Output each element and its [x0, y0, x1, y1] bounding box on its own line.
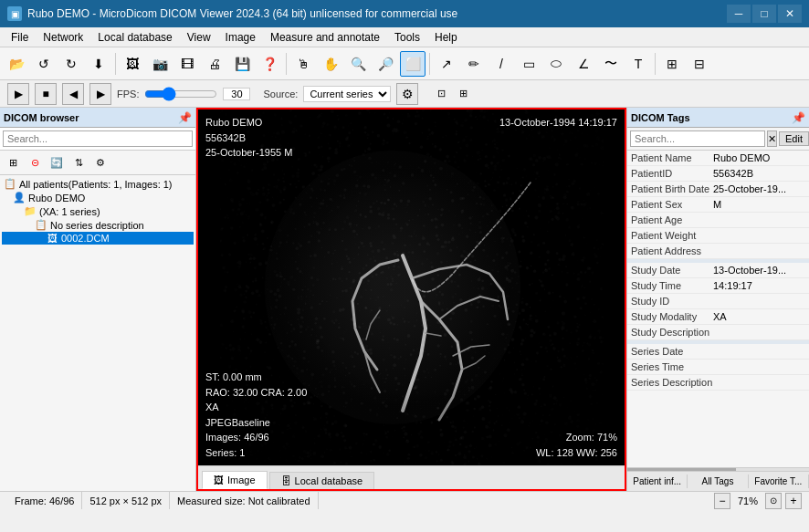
tags-footer-tab-patient[interactable]: Patient inf...	[627, 475, 688, 488]
prev-button[interactable]: ◀	[62, 83, 84, 105]
tree-item-series[interactable]: 📋 No series description	[2, 218, 194, 232]
overlay-patient-dob: 25-October-1955 M	[205, 145, 292, 161]
study-label: (XA: 1 series)	[39, 206, 100, 217]
tags-search-clear-button[interactable]: ✕	[767, 130, 777, 147]
tag-label-sex: Patient Sex	[631, 199, 713, 210]
menu-network[interactable]: Network	[36, 29, 90, 46]
layout-1-button[interactable]: ⊡	[431, 84, 451, 104]
overlay-patient-id: 556342B	[205, 130, 292, 146]
tree-item-study[interactable]: 📁 (XA: 1 series)	[2, 204, 194, 218]
grid-button[interactable]: ⊟	[687, 51, 712, 77]
tab-local-database[interactable]: 🗄 Local database	[269, 472, 375, 489]
minimize-button[interactable]: ─	[727, 5, 751, 23]
cursor-button[interactable]: 🖱	[290, 51, 316, 77]
download-button[interactable]: ⬇	[86, 51, 111, 77]
browser-settings-btn[interactable]: ⚙	[90, 152, 110, 172]
tags-panel-header: DICOM Tags 📌	[627, 108, 809, 128]
open-button[interactable]: 📂	[4, 51, 29, 77]
landscape-button[interactable]: 🖼	[120, 51, 145, 77]
tag-row-series-date: Series Date	[627, 344, 809, 360]
tag-value-weight	[713, 230, 805, 241]
menu-help[interactable]: Help	[427, 29, 465, 46]
browser-refresh-btn[interactable]: ⊝	[25, 152, 45, 172]
tag-row-patient-name: Patient Name Rubo DEMO	[627, 151, 809, 166]
tag-value-series-time	[713, 361, 805, 372]
patient-icon: 👤	[13, 192, 26, 203]
tag-label-study-modality: Study Modality	[631, 311, 713, 322]
rotate-left-button[interactable]: ↺	[31, 51, 57, 77]
overlay-series: Series: 1	[205, 445, 307, 461]
curve-button[interactable]: 〜	[598, 51, 624, 77]
menu-tools[interactable]: Tools	[387, 29, 427, 46]
tag-row-birth-date: Patient Birth Date 25-October-19...	[627, 182, 809, 197]
menu-measure[interactable]: Measure and annotate	[263, 29, 387, 46]
angle-button[interactable]: ∠	[571, 51, 596, 77]
print-button[interactable]: 🖨	[202, 51, 227, 77]
tag-row-study-modality: Study Modality XA	[627, 309, 809, 325]
fps-slider[interactable]	[144, 87, 217, 101]
browser-sort-btn[interactable]: ⇅	[68, 152, 89, 172]
line-button[interactable]: /	[489, 51, 514, 77]
source-select[interactable]: Current series	[303, 86, 391, 102]
layout-button[interactable]: ⊞	[659, 51, 685, 77]
panel-pin-icon[interactable]: 📌	[178, 111, 192, 124]
zoom-fit-button[interactable]: ⊙	[765, 493, 782, 509]
overlay-images: Images: 46/96	[205, 430, 307, 445]
file-label: 0002.DCM	[61, 233, 110, 244]
menu-view[interactable]: View	[180, 29, 218, 46]
overlay-bottom-left: ST: 0.00 mm RAO: 32.00 CRA: 2.00 XA JPEG…	[205, 370, 307, 460]
menu-local-database[interactable]: Local database	[90, 29, 179, 46]
save-button[interactable]: 💾	[229, 51, 255, 77]
wl-button[interactable]: ⬜	[400, 51, 426, 77]
browser-toolbar: ⊞ ⊝ 🔄 ⇅ ⚙	[0, 151, 195, 175]
tags-search-input[interactable]	[630, 130, 765, 147]
tag-value-address	[713, 245, 805, 256]
rotate-right-button[interactable]: ↻	[58, 51, 84, 77]
next-button[interactable]: ▶	[89, 83, 111, 105]
tag-row-weight: Patient Weight	[627, 228, 809, 244]
film-button[interactable]: 🎞	[174, 51, 200, 77]
tree-item-file[interactable]: 🖼 0002.DCM	[2, 232, 194, 245]
tags-footer-tab-all[interactable]: All Tags	[688, 475, 748, 488]
maximize-button[interactable]: □	[752, 5, 776, 23]
playbar-settings-button[interactable]: ⚙	[396, 83, 418, 105]
titlebar-controls[interactable]: ─ □ ✕	[727, 5, 802, 23]
close-button[interactable]: ✕	[778, 5, 802, 23]
layout-grid-button[interactable]: ⊞	[453, 84, 473, 104]
tag-row-series-desc: Series Description	[627, 375, 809, 391]
zoom-out-button[interactable]: −	[714, 493, 730, 509]
menu-image[interactable]: Image	[218, 29, 263, 46]
tag-value-study-modality: XA	[713, 311, 805, 322]
rect-button[interactable]: ▭	[516, 51, 541, 77]
stop-button[interactable]: ■	[35, 83, 57, 105]
app-icon: ▣	[7, 6, 22, 21]
play-button[interactable]: ▶	[7, 83, 29, 105]
image-viewer[interactable]: Rubo DEMO 556342B 25-October-1955 M 13-O…	[198, 110, 625, 465]
tag-row-sex: Patient Sex M	[627, 197, 809, 213]
tags-footer-tab-favorite[interactable]: Favorite T...	[749, 475, 809, 488]
ellipse-button[interactable]: ⬭	[543, 51, 569, 77]
help-button[interactable]: ❓	[257, 51, 282, 77]
tree-item-all-patients[interactable]: 📋 All patients(Patients: 1, Images: 1)	[2, 177, 194, 191]
tab-image[interactable]: 🖼 Image	[202, 471, 268, 489]
arrow-button[interactable]: ↗	[434, 51, 459, 77]
tag-value-study-time: 14:19:17	[713, 280, 805, 291]
tree-item-patient[interactable]: 👤 Rubo DEMO	[2, 191, 194, 204]
pan-button[interactable]: ✋	[318, 51, 343, 77]
file-icon: 🖼	[46, 233, 58, 244]
series-icon: 📋	[35, 219, 47, 231]
tag-row-study-time: Study Time 14:19:17	[627, 278, 809, 294]
zoom-in-button[interactable]: +	[785, 493, 802, 509]
browser-reload-btn[interactable]: 🔄	[47, 152, 67, 172]
text-button[interactable]: T	[625, 51, 651, 77]
browser-search-input[interactable]	[3, 130, 193, 147]
tags-edit-button[interactable]: Edit	[779, 131, 809, 146]
pencil-button[interactable]: ✏	[461, 51, 487, 77]
photo-button[interactable]: 📷	[147, 51, 173, 77]
magnify-button[interactable]: 🔎	[373, 51, 398, 77]
zoom-button[interactable]: 🔍	[345, 51, 371, 77]
menu-file[interactable]: File	[4, 29, 36, 46]
browser-table-btn[interactable]: ⊞	[3, 152, 23, 172]
fps-label: FPS:	[117, 89, 139, 99]
tags-pin-icon[interactable]: 📌	[792, 111, 805, 124]
